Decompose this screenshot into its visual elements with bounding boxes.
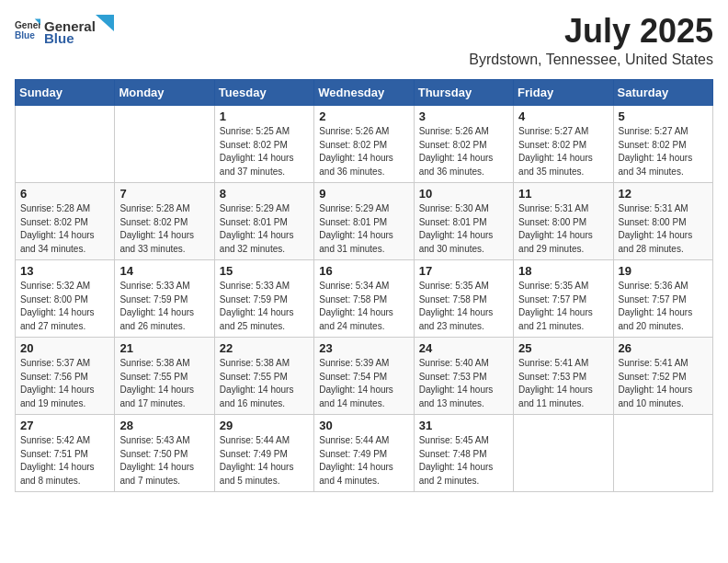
calendar-cell: 16Sunrise: 5:34 AMSunset: 7:58 PMDayligh… — [314, 260, 414, 338]
day-info: Sunrise: 5:30 AMSunset: 8:01 PMDaylight:… — [419, 202, 508, 256]
calendar-cell — [613, 415, 712, 492]
day-info: Sunrise: 5:42 AMSunset: 7:51 PMDaylight:… — [20, 434, 109, 488]
calendar-cell: 12Sunrise: 5:31 AMSunset: 8:00 PMDayligh… — [613, 183, 712, 260]
calendar-cell — [16, 106, 115, 183]
calendar-cell: 9Sunrise: 5:29 AMSunset: 8:01 PMDaylight… — [314, 183, 414, 260]
day-number: 10 — [419, 187, 508, 201]
calendar-cell: 29Sunrise: 5:44 AMSunset: 7:49 PMDayligh… — [214, 415, 313, 492]
calendar-cell: 11Sunrise: 5:31 AMSunset: 8:00 PMDayligh… — [514, 183, 613, 260]
day-number: 3 — [419, 109, 508, 123]
calendar-cell: 19Sunrise: 5:36 AMSunset: 7:57 PMDayligh… — [613, 260, 712, 338]
day-number: 2 — [319, 109, 408, 123]
weekday-header-wednesday: Wednesday — [314, 80, 414, 106]
day-number: 22 — [220, 341, 309, 355]
day-info: Sunrise: 5:29 AMSunset: 8:01 PMDaylight:… — [220, 202, 309, 256]
svg-text:Blue: Blue — [15, 30, 35, 40]
day-number: 17 — [419, 264, 508, 278]
day-info: Sunrise: 5:43 AMSunset: 7:50 PMDaylight:… — [119, 434, 209, 488]
calendar-cell — [514, 415, 613, 492]
day-info: Sunrise: 5:44 AMSunset: 7:49 PMDaylight:… — [220, 434, 309, 488]
calendar-cell: 18Sunrise: 5:35 AMSunset: 7:57 PMDayligh… — [514, 260, 613, 338]
day-number: 27 — [20, 419, 109, 432]
day-number: 26 — [619, 341, 708, 355]
calendar-cell — [115, 106, 214, 183]
logo: General Blue General Blue — [15, 15, 114, 46]
calendar-cell: 23Sunrise: 5:39 AMSunset: 7:54 PMDayligh… — [314, 338, 414, 415]
calendar-cell: 14Sunrise: 5:33 AMSunset: 7:59 PMDayligh… — [115, 260, 214, 338]
day-info: Sunrise: 5:28 AMSunset: 8:02 PMDaylight:… — [20, 202, 109, 256]
day-info: Sunrise: 5:37 AMSunset: 7:56 PMDaylight:… — [20, 357, 109, 410]
calendar-cell: 3Sunrise: 5:26 AMSunset: 8:02 PMDaylight… — [414, 106, 513, 183]
day-info: Sunrise: 5:35 AMSunset: 7:58 PMDaylight:… — [419, 280, 508, 333]
day-number: 28 — [119, 419, 209, 432]
day-number: 5 — [619, 109, 708, 123]
calendar-cell: 26Sunrise: 5:41 AMSunset: 7:52 PMDayligh… — [613, 338, 712, 415]
logo-triangle — [96, 15, 114, 31]
day-info: Sunrise: 5:27 AMSunset: 8:02 PMDaylight:… — [619, 125, 708, 178]
calendar-cell: 2Sunrise: 5:26 AMSunset: 8:02 PMDaylight… — [314, 106, 414, 183]
weekday-header-saturday: Saturday — [613, 80, 712, 106]
week-row-5: 27Sunrise: 5:42 AMSunset: 7:51 PMDayligh… — [16, 415, 713, 492]
day-info: Sunrise: 5:35 AMSunset: 7:57 PMDaylight:… — [518, 280, 608, 333]
calendar-cell: 7Sunrise: 5:28 AMSunset: 8:02 PMDaylight… — [115, 183, 214, 260]
day-number: 18 — [518, 264, 608, 278]
day-number: 24 — [419, 341, 508, 355]
day-info: Sunrise: 5:41 AMSunset: 7:52 PMDaylight:… — [619, 357, 708, 410]
calendar-cell: 6Sunrise: 5:28 AMSunset: 8:02 PMDaylight… — [16, 183, 115, 260]
calendar-cell: 21Sunrise: 5:38 AMSunset: 7:55 PMDayligh… — [115, 338, 214, 415]
day-info: Sunrise: 5:29 AMSunset: 8:01 PMDaylight:… — [319, 202, 408, 256]
day-number: 20 — [20, 341, 109, 355]
calendar-cell: 1Sunrise: 5:25 AMSunset: 8:02 PMDaylight… — [214, 106, 313, 183]
day-number: 14 — [119, 264, 209, 278]
day-info: Sunrise: 5:38 AMSunset: 7:55 PMDaylight:… — [119, 357, 209, 410]
logo-icon: General Blue — [15, 17, 40, 43]
day-info: Sunrise: 5:27 AMSunset: 8:02 PMDaylight:… — [518, 125, 608, 178]
day-info: Sunrise: 5:41 AMSunset: 7:53 PMDaylight:… — [518, 357, 608, 410]
day-number: 31 — [419, 419, 508, 432]
day-number: 13 — [20, 264, 109, 278]
calendar-cell: 31Sunrise: 5:45 AMSunset: 7:48 PMDayligh… — [414, 415, 513, 492]
day-number: 4 — [518, 109, 608, 123]
day-number: 7 — [119, 187, 209, 201]
location-title: Byrdstown, Tennessee, United States — [469, 52, 713, 68]
day-number: 12 — [619, 187, 708, 201]
day-number: 21 — [119, 341, 209, 355]
calendar-cell: 27Sunrise: 5:42 AMSunset: 7:51 PMDayligh… — [16, 415, 115, 492]
day-info: Sunrise: 5:33 AMSunset: 7:59 PMDaylight:… — [119, 280, 209, 333]
day-info: Sunrise: 5:39 AMSunset: 7:54 PMDaylight:… — [319, 357, 408, 410]
calendar-cell: 17Sunrise: 5:35 AMSunset: 7:58 PMDayligh… — [414, 260, 513, 338]
calendar-cell: 24Sunrise: 5:40 AMSunset: 7:53 PMDayligh… — [414, 338, 513, 415]
calendar-cell: 8Sunrise: 5:29 AMSunset: 8:01 PMDaylight… — [214, 183, 313, 260]
weekday-header-monday: Monday — [115, 80, 214, 106]
calendar-cell: 13Sunrise: 5:32 AMSunset: 8:00 PMDayligh… — [16, 260, 115, 338]
svg-marker-3 — [96, 15, 114, 31]
day-info: Sunrise: 5:34 AMSunset: 7:58 PMDaylight:… — [319, 280, 408, 333]
day-info: Sunrise: 5:26 AMSunset: 8:02 PMDaylight:… — [419, 125, 508, 178]
day-number: 25 — [518, 341, 608, 355]
calendar-cell: 28Sunrise: 5:43 AMSunset: 7:50 PMDayligh… — [115, 415, 214, 492]
day-number: 1 — [220, 109, 309, 123]
svg-text:General: General — [15, 20, 40, 30]
calendar-cell: 15Sunrise: 5:33 AMSunset: 7:59 PMDayligh… — [214, 260, 313, 338]
calendar-table: SundayMondayTuesdayWednesdayThursdayFrid… — [15, 79, 713, 492]
day-number: 11 — [518, 187, 608, 201]
page-header: General Blue General Blue July 2025 Byrd… — [15, 15, 713, 68]
day-info: Sunrise: 5:31 AMSunset: 8:00 PMDaylight:… — [619, 202, 708, 256]
day-number: 16 — [319, 264, 408, 278]
day-number: 30 — [319, 419, 408, 432]
week-row-1: 1Sunrise: 5:25 AMSunset: 8:02 PMDaylight… — [16, 106, 713, 183]
calendar-cell: 10Sunrise: 5:30 AMSunset: 8:01 PMDayligh… — [414, 183, 513, 260]
title-block: July 2025 Byrdstown, Tennessee, United S… — [469, 15, 713, 68]
day-info: Sunrise: 5:33 AMSunset: 7:59 PMDaylight:… — [220, 280, 309, 333]
weekday-header-friday: Friday — [514, 80, 613, 106]
weekday-header-tuesday: Tuesday — [214, 80, 313, 106]
day-number: 15 — [220, 264, 309, 278]
day-info: Sunrise: 5:38 AMSunset: 7:55 PMDaylight:… — [220, 357, 309, 410]
day-number: 6 — [20, 187, 109, 201]
day-number: 23 — [319, 341, 408, 355]
day-info: Sunrise: 5:45 AMSunset: 7:48 PMDaylight:… — [419, 434, 508, 488]
month-title: July 2025 — [469, 15, 713, 48]
week-row-2: 6Sunrise: 5:28 AMSunset: 8:02 PMDaylight… — [16, 183, 713, 260]
weekday-header-row: SundayMondayTuesdayWednesdayThursdayFrid… — [16, 80, 713, 106]
day-info: Sunrise: 5:32 AMSunset: 8:00 PMDaylight:… — [20, 280, 109, 333]
